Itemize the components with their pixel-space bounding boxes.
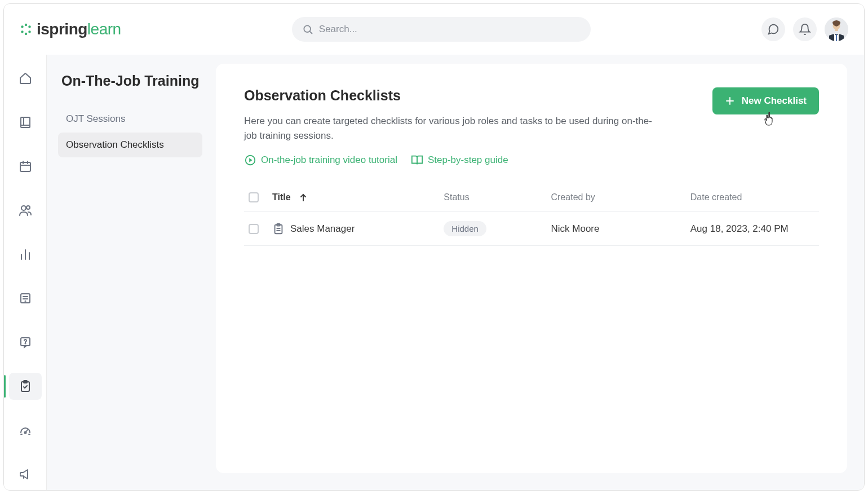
new-checklist-label: New Checklist [742, 95, 807, 107]
step-guide-link[interactable]: Step-by-step guide [411, 154, 508, 166]
calendar-icon [19, 160, 32, 173]
nav-calendar[interactable] [9, 153, 42, 180]
table-row[interactable]: Sales Manager Hidden Nick Moore Aug 18, … [244, 212, 819, 246]
logo[interactable]: ispringlearn [20, 20, 121, 38]
nav-users[interactable] [9, 197, 42, 224]
svg-point-5 [21, 25, 23, 28]
user-avatar[interactable] [825, 17, 848, 41]
svg-point-27 [25, 301, 25, 302]
logo-ispring: ispring [37, 20, 87, 38]
logo-mark-icon [20, 23, 32, 36]
nav-news[interactable] [9, 285, 42, 312]
svg-point-0 [25, 24, 27, 26]
table-header: Title Status Created by Date created [244, 183, 819, 212]
row-checkbox[interactable] [249, 224, 259, 234]
svg-rect-15 [20, 162, 30, 171]
svg-point-20 [26, 206, 30, 209]
svg-point-19 [21, 206, 26, 210]
nav-library[interactable] [9, 109, 42, 136]
sort-asc-icon [300, 193, 307, 201]
svg-point-3 [25, 33, 27, 35]
search-icon [302, 24, 313, 35]
logo-learn: learn [87, 20, 121, 38]
search-input[interactable] [319, 24, 581, 35]
row-date-created: Aug 18, 2023, 2:40 PM [690, 223, 819, 235]
status-badge: Hidden [444, 221, 486, 236]
nav-home[interactable] [9, 65, 42, 92]
plus-icon [725, 96, 735, 106]
column-date-created[interactable]: Date created [690, 192, 819, 202]
column-created-by[interactable]: Created by [551, 192, 690, 202]
page-heading: Observation Checklists [244, 87, 661, 104]
svg-rect-10 [835, 29, 838, 31]
nav-rail [4, 55, 47, 490]
step-guide-label: Step-by-step guide [428, 155, 508, 166]
clipboard-check-icon [19, 380, 32, 393]
gauge-icon [19, 424, 32, 437]
nav-announcements[interactable] [9, 461, 42, 488]
svg-rect-11 [836, 34, 837, 41]
book-icon [19, 116, 32, 129]
select-all-checkbox[interactable] [249, 192, 259, 202]
nav-performance[interactable] [9, 417, 42, 444]
users-icon [19, 204, 32, 217]
nav-checklist[interactable] [9, 373, 42, 400]
bell-icon [799, 23, 811, 36]
page-description: Here you can create targeted checklists … [244, 114, 661, 143]
nav-help[interactable] [9, 329, 42, 356]
nav-analytics[interactable] [9, 241, 42, 268]
sidebar-item-observation-checklists[interactable]: Observation Checklists [58, 133, 202, 157]
book-open-icon [411, 154, 423, 166]
svg-point-29 [25, 343, 25, 344]
home-icon [19, 72, 32, 85]
logo-text: ispringlearn [37, 20, 121, 38]
row-title: Sales Manager [290, 223, 355, 235]
column-title-label: Title [272, 192, 291, 202]
chat-button[interactable] [761, 17, 785, 41]
svg-point-4 [21, 30, 23, 33]
svg-point-2 [28, 30, 30, 33]
svg-point-1 [28, 25, 30, 28]
new-checklist-button[interactable]: New Checklist [712, 87, 819, 114]
main-card: Observation Checklists Here you can crea… [216, 64, 847, 473]
svg-rect-12 [21, 117, 30, 127]
chart-icon [19, 248, 32, 261]
sidebar-item-ojt-sessions[interactable]: OJT Sessions [58, 107, 202, 131]
sidebar: On-The-Job Training OJT Sessions Observa… [47, 55, 210, 490]
notifications-button[interactable] [793, 17, 817, 41]
sidebar-title: On-The-Job Training [58, 72, 202, 91]
help-icon [19, 336, 32, 349]
chat-icon [767, 23, 780, 36]
search-bar[interactable] [292, 17, 591, 42]
video-tutorial-link[interactable]: On-the-job training video tutorial [244, 154, 397, 166]
play-circle-icon [244, 154, 256, 166]
news-icon [19, 292, 32, 305]
svg-line-7 [310, 32, 312, 34]
video-tutorial-label: On-the-job training video tutorial [261, 155, 397, 166]
cursor-hand-icon [764, 111, 777, 127]
app-header: ispringlearn [4, 4, 864, 55]
column-status[interactable]: Status [444, 192, 551, 202]
column-title[interactable]: Title [272, 192, 444, 202]
clipboard-icon [272, 223, 285, 235]
checklist-table: Title Status Created by Date created [244, 183, 819, 246]
row-created-by: Nick Moore [551, 223, 690, 235]
megaphone-icon [19, 467, 32, 481]
